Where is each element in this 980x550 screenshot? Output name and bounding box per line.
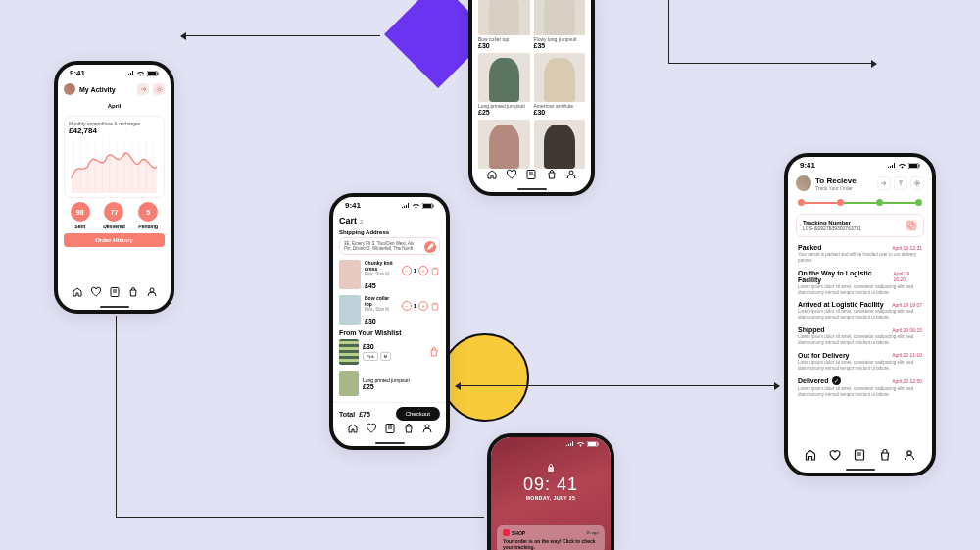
trash-icon[interactable] xyxy=(430,301,440,311)
filter-button[interactable] xyxy=(894,176,907,190)
home-icon xyxy=(72,286,83,298)
wifi-icon xyxy=(136,71,145,76)
product-card[interactable]: Flowy long jumpsuit£35 xyxy=(534,0,586,49)
stat-sent[interactable]: 98Sent xyxy=(71,202,90,229)
qty-plus-button[interactable]: + xyxy=(418,266,428,275)
share-button[interactable] xyxy=(137,83,149,95)
nav-orders[interactable] xyxy=(107,284,122,300)
nav-wishlist[interactable] xyxy=(827,447,843,463)
product-card[interactable]: American armhole£30 xyxy=(534,53,586,116)
avatar[interactable] xyxy=(796,175,811,191)
step-name: Shipped xyxy=(798,326,825,333)
share-icon xyxy=(140,86,147,93)
stat-delivered[interactable]: 77Delivered xyxy=(103,202,125,229)
push-notification[interactable]: SHOP 1h ago Your order is on the way! Cl… xyxy=(497,525,605,550)
wishlist-title: From Your Wishlist xyxy=(333,327,446,336)
share-button[interactable] xyxy=(877,176,891,190)
avatar[interactable] xyxy=(64,83,75,95)
nav-cart[interactable] xyxy=(125,284,141,300)
nav-cart[interactable] xyxy=(877,447,893,463)
svg-rect-35 xyxy=(548,467,554,472)
nav-home[interactable] xyxy=(484,167,500,182)
cart-item-image[interactable] xyxy=(339,260,361,289)
svg-rect-33 xyxy=(588,442,596,446)
bag-icon xyxy=(428,346,440,358)
svg-point-39 xyxy=(916,182,918,184)
nav-orders[interactable] xyxy=(523,167,539,182)
nav-wishlist[interactable] xyxy=(504,167,519,182)
nav-orders[interactable] xyxy=(382,421,398,436)
step-name: Arrived at Logistic Facility xyxy=(798,301,884,308)
copy-button[interactable] xyxy=(906,220,917,231)
nav-wishlist[interactable] xyxy=(364,421,379,436)
arrow-cart-tracking xyxy=(461,385,774,386)
cart-item-variant: Pink, Size M xyxy=(365,272,398,276)
expenditure-chart xyxy=(69,139,160,193)
wishlist-image[interactable] xyxy=(339,339,359,365)
cart-item-image[interactable] xyxy=(339,295,361,325)
step-timestamp: April,19 12:31 xyxy=(892,245,922,251)
step-desc: Lorem ipsum dolor sit amet, consetetur s… xyxy=(798,360,922,372)
settings-button[interactable] xyxy=(153,83,165,95)
status-bar: 9:41 xyxy=(788,157,932,172)
trash-icon[interactable] xyxy=(430,266,440,275)
nav-wishlist[interactable] xyxy=(88,284,104,300)
nav-account[interactable] xyxy=(144,284,160,300)
svg-point-46 xyxy=(907,451,911,455)
product-price: £30 xyxy=(478,42,530,49)
edit-address-button[interactable] xyxy=(424,241,436,253)
nav-account[interactable] xyxy=(902,447,917,463)
bag-icon xyxy=(546,169,558,180)
svg-rect-38 xyxy=(919,164,920,167)
check-icon: ✓ xyxy=(832,376,841,385)
settings-button[interactable] xyxy=(910,176,924,190)
stat-value: 5 xyxy=(138,202,158,222)
nav-account[interactable] xyxy=(564,167,579,182)
step-desc: Your parcel is packed and will be handed… xyxy=(798,252,922,264)
qty-minus-button[interactable]: − xyxy=(402,266,412,275)
chip[interactable]: Pink xyxy=(363,352,378,361)
nav-orders[interactable] xyxy=(852,447,867,463)
svg-point-31 xyxy=(425,425,429,428)
home-indicator xyxy=(846,469,875,471)
heart-icon xyxy=(828,448,842,462)
product-image xyxy=(534,53,586,102)
nav-cart[interactable] xyxy=(401,421,416,436)
nav-account[interactable] xyxy=(419,421,435,436)
product-card[interactable]: Long printed jumpsuit£25 xyxy=(478,53,530,116)
lock-clock: 09: 41 MONDAY, JULY 25 xyxy=(491,449,611,501)
qty-value: 1 xyxy=(414,268,416,274)
order-history-button[interactable]: Order History xyxy=(64,233,165,247)
svg-rect-26 xyxy=(423,204,431,208)
product-card[interactable]: Bow collar top£30 xyxy=(478,0,530,49)
status-icons xyxy=(126,71,159,76)
step-desc: Lorem ipsum dolor sit amet, consetetur s… xyxy=(798,334,922,346)
nav-home[interactable] xyxy=(345,421,361,436)
nav-cart[interactable] xyxy=(544,167,560,182)
tracking-step: Delivered✓April,22 12:50Lorem ipsum dolo… xyxy=(788,374,932,401)
product-grid: Bow collar top£30 Flowy long jumpsuit£35… xyxy=(472,0,591,173)
stat-pending[interactable]: 5Pending xyxy=(138,202,158,229)
cart-item-price: £45 xyxy=(365,282,398,289)
step-name: Delivered xyxy=(798,377,829,384)
cart-title: Cart xyxy=(339,216,357,225)
signal-icon xyxy=(402,203,410,209)
arrow-to-right-1 xyxy=(668,63,871,64)
step-desc: Lorem ipsum dolor sit amet, consetetur s… xyxy=(798,309,922,321)
nav-home[interactable] xyxy=(70,284,85,300)
battery-icon xyxy=(147,71,159,76)
home-indicator xyxy=(100,306,129,308)
wishlist-image[interactable] xyxy=(339,371,359,396)
qty-minus-button[interactable]: − xyxy=(402,301,412,311)
step-timestamp: April,19 19:07 xyxy=(892,302,922,308)
wishlist-item: Long printed jumpsuit £25 xyxy=(333,368,446,399)
pencil-icon xyxy=(424,241,436,253)
app-icon xyxy=(503,529,510,536)
add-to-cart-button[interactable] xyxy=(428,346,440,358)
qty-plus-button[interactable]: + xyxy=(418,301,428,311)
stats-row: 98Sent 77Delivered 5Pending xyxy=(64,202,165,229)
chip[interactable]: M xyxy=(380,352,391,361)
month-selector[interactable]: April xyxy=(58,99,171,113)
step-timestamp: April,22 12:50 xyxy=(892,378,922,384)
nav-home[interactable] xyxy=(803,447,818,463)
